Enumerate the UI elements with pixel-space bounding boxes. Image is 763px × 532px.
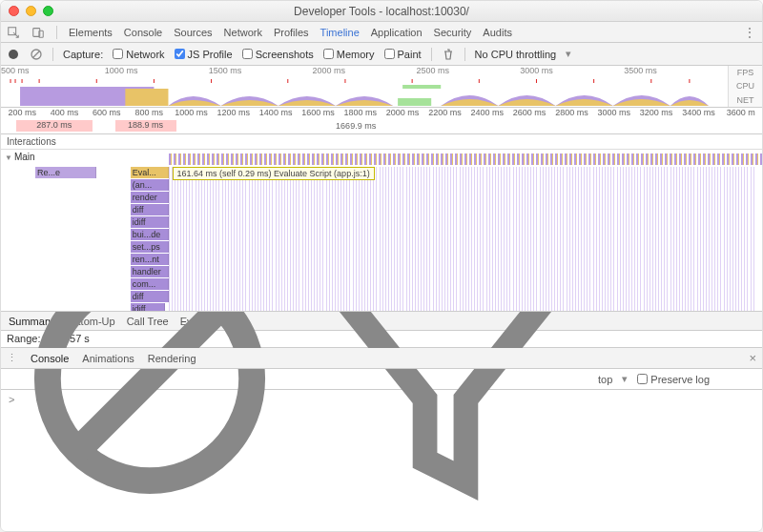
window-title: Developer Tools - localhost:10030/ [1, 5, 762, 18]
chevron-down-icon: ▾ [622, 373, 628, 385]
tab-network[interactable]: Network [224, 23, 262, 42]
checkbox-memory[interactable]: Memory [323, 49, 375, 60]
flame-stack-row[interactable]: bui...de [131, 229, 169, 240]
interactions-row: Interactions [1, 134, 762, 150]
flame-evaluate-script[interactable]: Eval... [131, 167, 169, 178]
clear-button[interactable] [30, 48, 43, 61]
flame-stack-row[interactable]: diff [131, 204, 169, 215]
devtools-tabbar: Elements Console Sources Network Profile… [1, 22, 762, 43]
drawer-tabs: ⋮ Console Animations Rendering × [1, 348, 762, 369]
flame-tooltip: 161.64 ms (self 0.29 ms) Evaluate Script… [173, 167, 375, 180]
chevron-down-icon: ▾ [566, 48, 571, 60]
flame-stack-row[interactable]: ren...nt [131, 254, 169, 265]
tab-security[interactable]: Security [434, 23, 472, 42]
record-button[interactable] [7, 48, 20, 61]
flame-stack-row[interactable]: render [131, 192, 169, 203]
tab-sources[interactable]: Sources [174, 23, 212, 42]
flame-stack-row[interactable]: diff [131, 291, 169, 302]
svg-rect-6 [1, 77, 728, 81]
tab-audits[interactable]: Audits [483, 23, 512, 42]
tab-elements[interactable]: Elements [69, 23, 113, 42]
tab-timeline[interactable]: Timeline [320, 23, 360, 42]
flame-top-strip [169, 153, 762, 165]
cpu-throttling-select[interactable]: No CPU throttling [475, 49, 557, 60]
drawer-tab-rendering[interactable]: Rendering [148, 353, 196, 364]
drawer-tab-animations[interactable]: Animations [82, 353, 134, 364]
tab-application[interactable]: Application [371, 23, 423, 42]
network-block-2[interactable]: 188.9 ms [115, 120, 176, 132]
inspect-element-icon[interactable] [7, 26, 20, 39]
checkbox-network[interactable]: Network [113, 49, 164, 60]
tab-console[interactable]: Console [124, 23, 162, 42]
network-block-1[interactable]: 287.0 ms [16, 120, 93, 132]
flamechart-ruler[interactable]: 200 ms400 ms600 ms800 ms1000 ms1200 ms14… [1, 108, 762, 134]
main-thread-label[interactable]: Main [5, 152, 35, 162]
flame-stack-row[interactable]: (an... [131, 179, 169, 191]
timeline-toolbar: Capture: Network JS Profile Screenshots … [1, 43, 762, 66]
overview-chart [1, 77, 728, 108]
svg-rect-25 [402, 85, 441, 89]
overview-ruler: 500 ms1000 ms1500 ms2000 ms2500 ms3000 m… [1, 66, 728, 77]
svg-rect-24 [398, 98, 431, 106]
flame-stack-row[interactable]: set...ps [131, 241, 169, 253]
selection-duration: 1669.9 ms [336, 121, 376, 131]
more-options-icon[interactable]: ⋮ [743, 25, 756, 40]
svg-point-3 [9, 50, 18, 59]
close-drawer-icon[interactable]: × [749, 351, 756, 365]
flame-stack-row[interactable]: idiff [131, 216, 169, 228]
overview-side-labels: FPSCPUNET [728, 66, 762, 107]
checkbox-preserve-log[interactable]: Preserve log [637, 374, 710, 385]
flame-block[interactable]: Re...e [35, 167, 96, 178]
flame-stack-row[interactable]: handler [131, 266, 169, 277]
garbage-collect-icon[interactable] [442, 48, 455, 61]
drawer-menu-icon[interactable]: ⋮ [7, 352, 17, 364]
timeline-overview[interactable]: 500 ms1000 ms1500 ms2000 ms2500 ms3000 m… [1, 66, 762, 108]
checkbox-screenshots[interactable]: Screenshots [242, 49, 314, 60]
flame-stack-row[interactable]: com... [131, 278, 169, 290]
console-prompt: > [9, 394, 14, 405]
checkbox-js-profile[interactable]: JS Profile [175, 49, 233, 60]
window-titlebar: Developer Tools - localhost:10030/ [1, 1, 762, 22]
flame-stack-row[interactable]: idiff [131, 303, 165, 312]
svg-line-5 [33, 51, 40, 57]
tab-profiles[interactable]: Profiles [274, 23, 309, 42]
checkbox-paint[interactable]: Paint [384, 49, 422, 60]
console-context-select[interactable]: top [598, 374, 612, 385]
drawer-tab-console[interactable]: Console [31, 353, 69, 364]
svg-line-27 [78, 307, 221, 450]
device-toolbar-icon[interactable] [31, 26, 45, 39]
flame-chart[interactable]: Main Re...e Eval... 161.64 ms (self 0.29… [1, 150, 762, 312]
capture-label: Capture: [63, 49, 103, 60]
console-toolbar: top ▾ Preserve log [1, 369, 762, 390]
svg-rect-23 [125, 89, 168, 106]
